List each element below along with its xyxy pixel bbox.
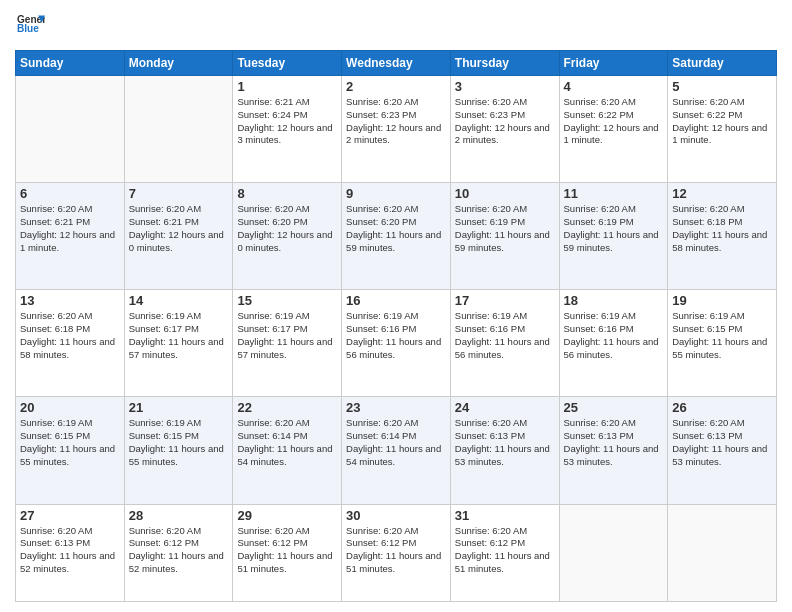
calendar-cell: 15Sunrise: 6:19 AM Sunset: 6:17 PM Dayli… [233, 290, 342, 397]
day-number: 22 [237, 400, 337, 415]
calendar-cell [124, 76, 233, 183]
calendar-cell: 13Sunrise: 6:20 AM Sunset: 6:18 PM Dayli… [16, 290, 125, 397]
calendar-cell: 20Sunrise: 6:19 AM Sunset: 6:15 PM Dayli… [16, 397, 125, 504]
day-number: 11 [564, 186, 664, 201]
day-info: Sunrise: 6:20 AM Sunset: 6:20 PM Dayligh… [237, 203, 337, 254]
day-info: Sunrise: 6:20 AM Sunset: 6:13 PM Dayligh… [20, 525, 120, 576]
weekday-header-sunday: Sunday [16, 51, 125, 76]
day-info: Sunrise: 6:20 AM Sunset: 6:22 PM Dayligh… [564, 96, 664, 147]
day-number: 21 [129, 400, 229, 415]
day-number: 31 [455, 508, 555, 523]
day-number: 27 [20, 508, 120, 523]
calendar-cell [559, 504, 668, 601]
calendar-table: SundayMondayTuesdayWednesdayThursdayFrid… [15, 50, 777, 602]
calendar-cell [668, 504, 777, 601]
day-number: 1 [237, 79, 337, 94]
calendar-week-row: 13Sunrise: 6:20 AM Sunset: 6:18 PM Dayli… [16, 290, 777, 397]
day-number: 24 [455, 400, 555, 415]
day-number: 29 [237, 508, 337, 523]
calendar-cell: 10Sunrise: 6:20 AM Sunset: 6:19 PM Dayli… [450, 183, 559, 290]
weekday-header-friday: Friday [559, 51, 668, 76]
day-number: 19 [672, 293, 772, 308]
calendar-cell: 31Sunrise: 6:20 AM Sunset: 6:12 PM Dayli… [450, 504, 559, 601]
day-number: 4 [564, 79, 664, 94]
calendar-cell: 7Sunrise: 6:20 AM Sunset: 6:21 PM Daylig… [124, 183, 233, 290]
day-number: 23 [346, 400, 446, 415]
day-info: Sunrise: 6:19 AM Sunset: 6:17 PM Dayligh… [237, 310, 337, 361]
day-info: Sunrise: 6:20 AM Sunset: 6:21 PM Dayligh… [20, 203, 120, 254]
day-number: 18 [564, 293, 664, 308]
calendar-cell: 11Sunrise: 6:20 AM Sunset: 6:19 PM Dayli… [559, 183, 668, 290]
day-info: Sunrise: 6:20 AM Sunset: 6:12 PM Dayligh… [346, 525, 446, 576]
day-info: Sunrise: 6:20 AM Sunset: 6:12 PM Dayligh… [237, 525, 337, 576]
day-number: 9 [346, 186, 446, 201]
day-number: 8 [237, 186, 337, 201]
day-number: 17 [455, 293, 555, 308]
day-number: 14 [129, 293, 229, 308]
calendar-cell: 6Sunrise: 6:20 AM Sunset: 6:21 PM Daylig… [16, 183, 125, 290]
logo-icon: General Blue [17, 10, 45, 38]
calendar-cell: 19Sunrise: 6:19 AM Sunset: 6:15 PM Dayli… [668, 290, 777, 397]
calendar-cell: 21Sunrise: 6:19 AM Sunset: 6:15 PM Dayli… [124, 397, 233, 504]
day-info: Sunrise: 6:20 AM Sunset: 6:19 PM Dayligh… [564, 203, 664, 254]
day-info: Sunrise: 6:20 AM Sunset: 6:12 PM Dayligh… [455, 525, 555, 576]
header: General Blue [15, 10, 777, 42]
calendar-cell: 8Sunrise: 6:20 AM Sunset: 6:20 PM Daylig… [233, 183, 342, 290]
day-info: Sunrise: 6:19 AM Sunset: 6:16 PM Dayligh… [346, 310, 446, 361]
calendar-cell: 9Sunrise: 6:20 AM Sunset: 6:20 PM Daylig… [342, 183, 451, 290]
calendar-cell: 12Sunrise: 6:20 AM Sunset: 6:18 PM Dayli… [668, 183, 777, 290]
calendar-cell: 3Sunrise: 6:20 AM Sunset: 6:23 PM Daylig… [450, 76, 559, 183]
calendar-cell: 23Sunrise: 6:20 AM Sunset: 6:14 PM Dayli… [342, 397, 451, 504]
calendar-cell: 25Sunrise: 6:20 AM Sunset: 6:13 PM Dayli… [559, 397, 668, 504]
day-info: Sunrise: 6:20 AM Sunset: 6:12 PM Dayligh… [129, 525, 229, 576]
day-info: Sunrise: 6:19 AM Sunset: 6:15 PM Dayligh… [129, 417, 229, 468]
day-info: Sunrise: 6:21 AM Sunset: 6:24 PM Dayligh… [237, 96, 337, 147]
day-info: Sunrise: 6:19 AM Sunset: 6:16 PM Dayligh… [455, 310, 555, 361]
day-info: Sunrise: 6:20 AM Sunset: 6:14 PM Dayligh… [346, 417, 446, 468]
day-number: 6 [20, 186, 120, 201]
day-info: Sunrise: 6:20 AM Sunset: 6:18 PM Dayligh… [20, 310, 120, 361]
day-info: Sunrise: 6:20 AM Sunset: 6:13 PM Dayligh… [672, 417, 772, 468]
day-number: 12 [672, 186, 772, 201]
calendar-cell: 24Sunrise: 6:20 AM Sunset: 6:13 PM Dayli… [450, 397, 559, 504]
day-number: 7 [129, 186, 229, 201]
day-number: 26 [672, 400, 772, 415]
weekday-header-wednesday: Wednesday [342, 51, 451, 76]
calendar-cell: 4Sunrise: 6:20 AM Sunset: 6:22 PM Daylig… [559, 76, 668, 183]
day-info: Sunrise: 6:19 AM Sunset: 6:15 PM Dayligh… [672, 310, 772, 361]
calendar-cell: 17Sunrise: 6:19 AM Sunset: 6:16 PM Dayli… [450, 290, 559, 397]
day-info: Sunrise: 6:20 AM Sunset: 6:23 PM Dayligh… [455, 96, 555, 147]
day-info: Sunrise: 6:20 AM Sunset: 6:18 PM Dayligh… [672, 203, 772, 254]
day-info: Sunrise: 6:20 AM Sunset: 6:23 PM Dayligh… [346, 96, 446, 147]
calendar-cell: 22Sunrise: 6:20 AM Sunset: 6:14 PM Dayli… [233, 397, 342, 504]
logo: General Blue [15, 10, 45, 42]
page-container: General Blue SundayMondayTuesdayWednesda… [0, 0, 792, 612]
calendar-cell: 30Sunrise: 6:20 AM Sunset: 6:12 PM Dayli… [342, 504, 451, 601]
weekday-header-monday: Monday [124, 51, 233, 76]
calendar-cell [16, 76, 125, 183]
day-info: Sunrise: 6:20 AM Sunset: 6:14 PM Dayligh… [237, 417, 337, 468]
calendar-cell: 2Sunrise: 6:20 AM Sunset: 6:23 PM Daylig… [342, 76, 451, 183]
day-number: 10 [455, 186, 555, 201]
calendar-cell: 16Sunrise: 6:19 AM Sunset: 6:16 PM Dayli… [342, 290, 451, 397]
calendar-cell: 18Sunrise: 6:19 AM Sunset: 6:16 PM Dayli… [559, 290, 668, 397]
day-info: Sunrise: 6:19 AM Sunset: 6:16 PM Dayligh… [564, 310, 664, 361]
day-number: 15 [237, 293, 337, 308]
day-number: 5 [672, 79, 772, 94]
weekday-header-thursday: Thursday [450, 51, 559, 76]
day-info: Sunrise: 6:19 AM Sunset: 6:17 PM Dayligh… [129, 310, 229, 361]
calendar-cell: 1Sunrise: 6:21 AM Sunset: 6:24 PM Daylig… [233, 76, 342, 183]
day-number: 2 [346, 79, 446, 94]
calendar-week-row: 27Sunrise: 6:20 AM Sunset: 6:13 PM Dayli… [16, 504, 777, 601]
calendar-cell: 29Sunrise: 6:20 AM Sunset: 6:12 PM Dayli… [233, 504, 342, 601]
day-info: Sunrise: 6:20 AM Sunset: 6:20 PM Dayligh… [346, 203, 446, 254]
calendar-cell: 26Sunrise: 6:20 AM Sunset: 6:13 PM Dayli… [668, 397, 777, 504]
day-number: 13 [20, 293, 120, 308]
calendar-week-row: 20Sunrise: 6:19 AM Sunset: 6:15 PM Dayli… [16, 397, 777, 504]
day-info: Sunrise: 6:20 AM Sunset: 6:22 PM Dayligh… [672, 96, 772, 147]
day-number: 20 [20, 400, 120, 415]
day-info: Sunrise: 6:20 AM Sunset: 6:19 PM Dayligh… [455, 203, 555, 254]
day-number: 28 [129, 508, 229, 523]
calendar-week-row: 1Sunrise: 6:21 AM Sunset: 6:24 PM Daylig… [16, 76, 777, 183]
calendar-cell: 28Sunrise: 6:20 AM Sunset: 6:12 PM Dayli… [124, 504, 233, 601]
